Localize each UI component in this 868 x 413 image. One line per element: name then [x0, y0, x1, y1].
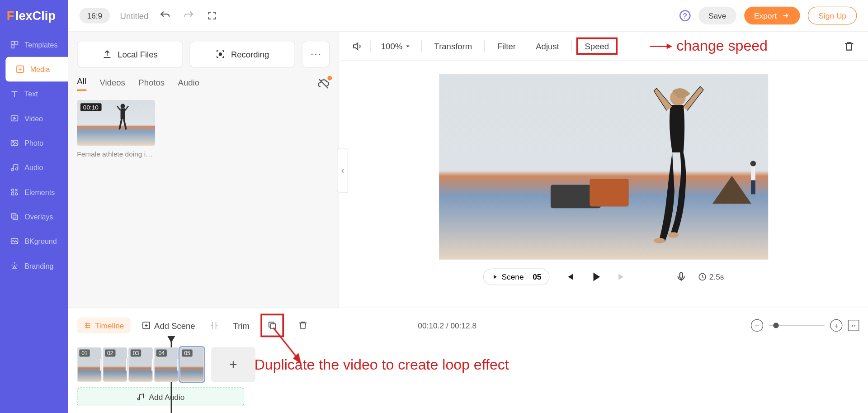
media-icon: [16, 65, 25, 74]
scene-thumbnail[interactable]: 02: [103, 347, 127, 382]
elements-icon: [10, 188, 19, 197]
scene-thumbnail[interactable]: 01: [77, 347, 101, 382]
add-scene-tile[interactable]: +: [211, 347, 255, 382]
timeline-button[interactable]: Timeline: [77, 318, 131, 333]
svg-line-19: [125, 106, 128, 110]
more-options-button[interactable]: ⋯: [302, 41, 330, 67]
svg-rect-1: [15, 41, 18, 44]
project-title[interactable]: Untitled: [120, 11, 149, 20]
media-duration: 00:10: [80, 103, 101, 111]
zoom-out-button[interactable]: −: [751, 319, 763, 332]
media-item[interactable]: 00:10 Female athlete doing im…: [77, 100, 155, 158]
help-button[interactable]: ?: [679, 10, 691, 21]
sidebar-item-label: Photo: [24, 139, 43, 147]
svg-point-8: [16, 168, 18, 170]
svg-point-29: [668, 232, 679, 237]
sidebar-item-label: Branding: [24, 261, 53, 270]
audio-icon: [10, 163, 19, 172]
trim-button[interactable]: Trim: [233, 321, 250, 330]
annotation-duplicate: Duplicate the video to create loop effec…: [255, 356, 509, 373]
svg-point-34: [138, 398, 140, 400]
svg-point-7: [11, 169, 14, 171]
media-label: Female athlete doing im…: [77, 150, 155, 158]
clip-duration[interactable]: 2.5s: [698, 272, 724, 281]
branding-icon: [10, 261, 19, 271]
svg-line-20: [119, 119, 122, 129]
media-tab-audio[interactable]: Audio: [178, 77, 199, 90]
add-scene-button[interactable]: Add Scene: [142, 321, 195, 330]
save-button[interactable]: Save: [698, 7, 736, 24]
svg-point-15: [219, 53, 222, 56]
sidebar-item-label: Text: [24, 90, 38, 98]
sidebar-item-photo[interactable]: Photo: [0, 131, 68, 155]
media-tab-photos[interactable]: Photos: [138, 77, 165, 90]
svg-point-28: [654, 238, 665, 243]
svg-rect-2: [11, 45, 14, 48]
delete-button[interactable]: [841, 38, 857, 54]
svg-point-11: [15, 193, 18, 195]
volume-icon[interactable]: [350, 38, 366, 54]
sidebar-item-templates[interactable]: Templates: [0, 33, 68, 57]
logo: FlexClip: [0, 5, 68, 33]
prev-button[interactable]: [563, 271, 576, 283]
zoom-in-button[interactable]: +: [830, 319, 842, 332]
sidebar-item-branding[interactable]: Branding: [0, 253, 68, 278]
sidebar-item-text[interactable]: Text: [0, 81, 68, 106]
sidebar-item-label: BKground: [24, 237, 57, 246]
sidebar-item-audio[interactable]: Audio: [0, 155, 68, 180]
speed-button[interactable]: Speed: [576, 38, 618, 55]
filter-button[interactable]: Filter: [489, 38, 524, 54]
scene-thumbnail[interactable]: 04: [154, 347, 179, 382]
svg-point-16: [121, 104, 125, 109]
annotation-change-speed: change speed: [650, 38, 768, 55]
fullscreen-button[interactable]: [205, 9, 219, 23]
sidebar-item-label: Audio: [24, 163, 43, 172]
scene-thumbnail[interactable]: 03: [128, 347, 153, 382]
media-tab-all[interactable]: All: [77, 76, 86, 91]
overlays-icon: [10, 212, 19, 221]
sidebar-item-overlays[interactable]: Overlays: [0, 204, 68, 229]
sidebar-item-media[interactable]: Media: [5, 57, 68, 81]
svg-point-6: [13, 142, 14, 143]
sidebar-item-label: Elements: [24, 188, 55, 196]
add-audio-button[interactable]: Add Audio: [77, 387, 244, 406]
zoom-dropdown[interactable]: 100%: [375, 41, 417, 51]
svg-rect-0: [11, 41, 14, 44]
text-icon: [10, 89, 19, 98]
svg-rect-30: [680, 273, 683, 278]
cloud-sync-icon[interactable]: [317, 78, 330, 90]
split-button[interactable]: [206, 318, 222, 333]
video-icon: [10, 114, 19, 123]
scene-thumbnail-selected[interactable]: 05: [179, 347, 204, 382]
play-button[interactable]: [589, 270, 603, 284]
svg-rect-12: [12, 214, 16, 218]
local-files-button[interactable]: Local Files: [77, 41, 183, 67]
mic-icon[interactable]: [676, 271, 687, 283]
signup-button[interactable]: Sign Up: [808, 7, 857, 24]
photo-icon: [10, 138, 19, 147]
svg-rect-5: [11, 140, 18, 146]
collapse-panel-button[interactable]: ‹: [337, 148, 348, 193]
aspect-ratio-chip[interactable]: 16:9: [79, 8, 110, 24]
adjust-button[interactable]: Adjust: [528, 38, 567, 54]
sidebar-item-elements[interactable]: Elements: [0, 180, 68, 204]
sidebar-item-video[interactable]: Video: [0, 106, 68, 130]
zoom-slider[interactable]: [769, 325, 824, 326]
svg-line-18: [117, 106, 120, 110]
video-preview[interactable]: [439, 74, 768, 260]
scene-indicator[interactable]: Scene 05: [483, 269, 550, 285]
svg-rect-10: [12, 193, 14, 195]
media-tab-videos[interactable]: Videos: [99, 77, 125, 90]
undo-button[interactable]: [159, 9, 172, 23]
background-icon: [10, 237, 19, 246]
export-button[interactable]: Export: [744, 7, 800, 24]
sidebar-item-background[interactable]: BKground: [0, 229, 68, 253]
next-button[interactable]: [617, 271, 629, 283]
templates-icon: [10, 40, 19, 49]
redo-button[interactable]: [182, 9, 195, 23]
recording-button[interactable]: Recording: [189, 41, 295, 67]
svg-rect-17: [121, 108, 125, 119]
fit-button[interactable]: ↔: [848, 320, 859, 331]
svg-rect-25: [751, 166, 755, 180]
transform-button[interactable]: Transform: [426, 38, 480, 54]
